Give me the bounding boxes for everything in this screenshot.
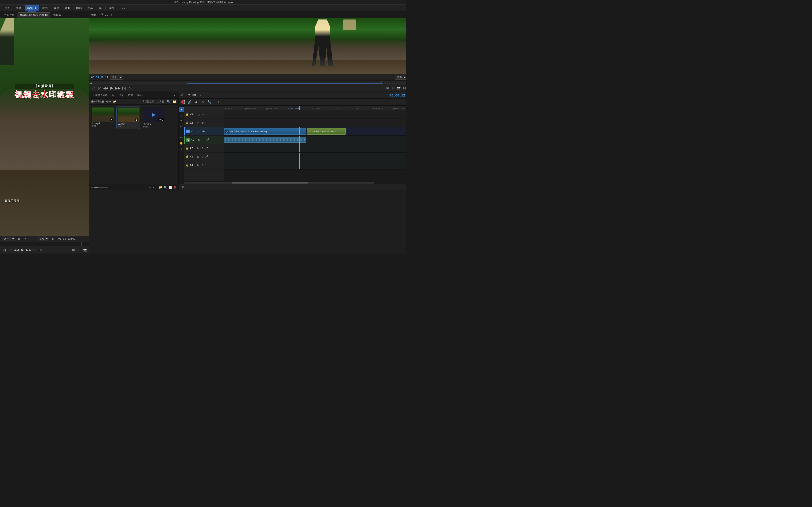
tool-pen[interactable]: ✏ — [179, 135, 184, 140]
source-quality-select[interactable]: 完整 1/2 1/4 — [38, 237, 49, 241]
prog-mark-out[interactable]: ▷ — [128, 86, 133, 91]
timeline-seq-tab[interactable]: 序列 01 — [186, 93, 198, 98]
panel-expand-icon[interactable]: » — [172, 93, 177, 98]
prog-play[interactable]: ▶ — [109, 86, 114, 91]
v3-collapse-icon[interactable]: □ — [197, 113, 200, 116]
project-search-icon[interactable]: 🔍 — [166, 99, 171, 104]
a2-solo-icon[interactable]: S — [201, 147, 204, 150]
list-view-icon[interactable]: ≡ — [149, 186, 151, 189]
nav-user[interactable]: 老朱 — [107, 5, 117, 11]
v3-eye-icon[interactable]: 👁 — [201, 113, 205, 116]
tl-edit-marker-icon[interactable]: ◇ — [200, 100, 205, 105]
grid-view-dropdown[interactable]: ▼ — [152, 186, 155, 189]
prog-camera-icon[interactable]: 📷 — [397, 86, 401, 91]
source-zoom-out-icon[interactable]: ⊕ — [22, 237, 27, 241]
nav-graphics[interactable]: 图形 — [74, 5, 84, 11]
clip-v1-mov[interactable]: 嵩丘镇卫生院 已关联合成 01.mov — [307, 128, 346, 135]
a1-mute-icon[interactable]: M — [198, 138, 201, 142]
a2-mic-icon[interactable]: 🎤 — [205, 147, 208, 150]
timeline-menu-icon[interactable]: ≡ — [199, 94, 201, 97]
nav-captions[interactable]: 字幕 — [85, 5, 95, 11]
source-overwrite-icon[interactable]: ⊟ — [77, 247, 82, 252]
source-prev-frame[interactable]: |◁ — [8, 247, 13, 252]
source-camera-icon[interactable]: 📷 — [83, 247, 87, 252]
prog-next-edit[interactable]: ▷| — [122, 86, 126, 91]
source-grid-icon[interactable]: ▦ — [16, 237, 21, 241]
tab-library[interactable]: 库 — [110, 93, 116, 98]
project-folder-icon[interactable]: 📁 — [112, 99, 117, 104]
tab-effects-controls[interactable]: 效果控件 — [2, 12, 17, 17]
tab-info[interactable]: 信息 — [117, 93, 126, 98]
tab-effects[interactable]: 效果 — [126, 93, 135, 98]
v1-target-btn[interactable]: V1 — [186, 129, 190, 133]
tool-select[interactable]: ↖ — [179, 107, 184, 112]
tab-media-browser[interactable]: ≡ 媒体浏览器 — [91, 93, 109, 98]
source-mark-in[interactable]: ◁ — [2, 247, 7, 252]
source-zoom-select[interactable]: 适合 25% 50% 75% 100% — [2, 237, 15, 241]
project-folder-new-icon[interactable]: 📁 — [172, 99, 176, 104]
program-quality-select[interactable]: 完整 1/2 1/4 — [395, 75, 406, 79]
source-settings-icon[interactable]: ⚙ — [51, 237, 55, 241]
new-folder-icon[interactable]: 📁 — [159, 186, 162, 189]
tab-audio-mixer[interactable]: 音频剪辑混合器: 序列 01 — [17, 12, 50, 17]
v3-lock-icon[interactable]: 🔒 — [186, 113, 189, 116]
tool-razor[interactable]: ✂ — [179, 124, 184, 129]
tool-slip[interactable]: ⇔ — [179, 129, 184, 134]
source-step-fwd[interactable]: ▶▶ — [26, 247, 31, 252]
nav-library[interactable]: 库 — [96, 5, 104, 11]
a1-mic-icon[interactable]: 🎤 — [206, 138, 209, 142]
a2-lock-icon[interactable]: 🔒 — [186, 147, 189, 150]
zoom-minus-icon[interactable]: − — [91, 186, 93, 189]
project-item-1[interactable]: ▶ 01.mp4 3:02 — [91, 107, 115, 129]
delete-icon[interactable]: 🗑 — [173, 186, 176, 189]
program-timebar[interactable] — [89, 81, 406, 84]
tool-text[interactable]: T — [179, 147, 184, 151]
tool-ripple[interactable]: ⇉ — [179, 118, 184, 123]
tl-add-marker-icon[interactable]: ◆ — [194, 100, 199, 105]
tab-markers[interactable]: 标记 — [136, 93, 145, 98]
a3-lock-icon[interactable]: 🔒 — [186, 155, 189, 158]
nav-audio[interactable]: 音频 — [62, 5, 73, 11]
prog-step-fwd[interactable]: ▶▶ — [116, 86, 120, 91]
nav-learn[interactable]: 学习 — [2, 5, 13, 11]
tl-link-icon[interactable]: 🔗 — [187, 100, 192, 105]
tl-add-track-bottom[interactable]: ⊞ — [181, 185, 186, 190]
tl-snap-icon[interactable]: 🧲 — [181, 100, 186, 105]
a3-mute-icon[interactable]: M — [197, 155, 200, 158]
nav-color[interactable]: 颜色 — [40, 5, 50, 11]
source-insert-icon[interactable]: ⊞ — [71, 247, 76, 252]
prog-mark-in[interactable]: ◁ — [91, 86, 96, 91]
prog-insert-icon[interactable]: ⊞ — [385, 86, 390, 91]
timeline-close-btn[interactable]: ✕ — [181, 94, 183, 97]
v1-eye-icon[interactable]: 👁 — [202, 130, 205, 133]
a4-mute-icon[interactable]: M — [197, 164, 200, 167]
a4-solo-icon[interactable]: S — [201, 164, 204, 167]
a2-mute-icon[interactable]: M — [197, 147, 200, 150]
v2-lock-icon[interactable]: 🔒 — [186, 121, 189, 125]
a4-lock-icon[interactable]: 🔒 — [186, 164, 189, 167]
project-item-2[interactable]: ▶ 01.mp4 3:02 — [116, 107, 140, 129]
a1-solo-icon[interactable]: S — [202, 138, 205, 142]
timeline-scrollbar[interactable] — [184, 182, 374, 183]
tl-tools-icon[interactable]: 🔧 — [207, 100, 212, 105]
tab-metadata[interactable]: 元数据 — [51, 12, 63, 17]
search-bottom-icon[interactable]: 🔍 — [164, 186, 167, 189]
clip-v1-aep[interactable]: [V] 去水印讲解 已关联合成 01/去水印印演示.aep — [224, 128, 306, 135]
program-zoom-select[interactable]: 适合 25% 50% 100% — [110, 75, 123, 79]
source-mark-out[interactable]: ▷ — [39, 247, 43, 252]
nav-assemble[interactable]: 组件 — [14, 5, 24, 11]
nav-effects[interactable]: 效果 — [51, 5, 61, 11]
a1-target-btn[interactable]: A1 — [186, 138, 190, 142]
project-item-sequence[interactable]: ▶ SEQ 序列 01 14:11 — [142, 107, 165, 129]
clip-a1[interactable] — [224, 137, 306, 143]
prog-step-back[interactable]: ◀◀ — [103, 86, 108, 91]
v2-eye-icon[interactable]: 👁 — [201, 121, 204, 125]
prog-compare-icon[interactable]: ⊡ — [402, 86, 406, 91]
tl-add-track-icon[interactable]: ＋ — [216, 100, 221, 105]
nav-more[interactable]: >> — [120, 5, 127, 11]
program-menu-icon[interactable]: ≡ — [111, 13, 112, 17]
tool-track-select[interactable]: → — [179, 113, 184, 117]
a3-solo-icon[interactable]: S — [201, 155, 204, 158]
zoom-slider[interactable] — [94, 187, 108, 188]
prog-prev-edit[interactable]: |◁ — [97, 86, 102, 91]
